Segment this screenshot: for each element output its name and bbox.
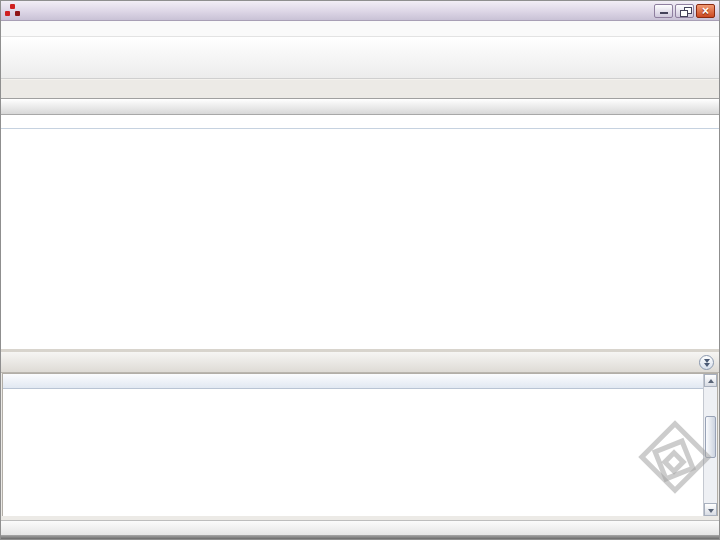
titlebar — [1, 1, 719, 21]
window-bottom-edge — [1, 535, 719, 540]
tasks-panel-header — [1, 352, 719, 373]
grid-filter-row — [1, 115, 719, 129]
toolbar — [1, 37, 719, 79]
scroll-up-button[interactable] — [704, 374, 717, 387]
scroll-down-button[interactable] — [704, 503, 717, 516]
vertical-scrollbar[interactable] — [703, 374, 717, 516]
scrollbar-thumb[interactable] — [705, 416, 716, 458]
tasks-panel — [1, 352, 719, 520]
minimize-button[interactable] — [654, 4, 673, 18]
menu-bar — [1, 21, 719, 37]
app-window — [0, 0, 720, 540]
projects-grid — [1, 98, 719, 349]
tab-strip — [1, 80, 719, 98]
close-button[interactable] — [696, 4, 715, 18]
app-icon — [5, 4, 20, 17]
grid-header-row — [1, 99, 719, 115]
tasks-table — [2, 373, 718, 516]
tasks-table-rows — [3, 389, 717, 516]
status-bar — [1, 520, 719, 535]
tasks-table-header — [3, 374, 717, 389]
restore-button[interactable] — [675, 4, 694, 18]
collapse-panel-button[interactable] — [699, 355, 714, 370]
